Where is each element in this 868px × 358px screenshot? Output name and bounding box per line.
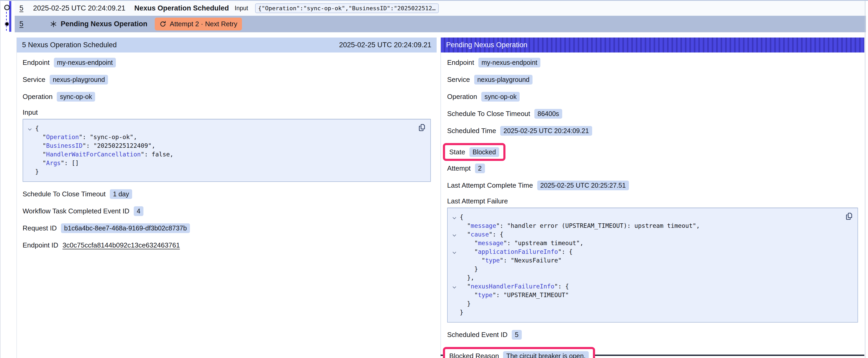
field-row: Last Attempt Complete Time2025-02-25 UTC… (447, 180, 858, 191)
history-row-event[interactable]: 5 2025-02-25 UTC 20:24:09.21 Nexus Opera… (15, 1, 866, 16)
field-label: Service (447, 75, 470, 84)
field-label: Schedule To Close Timeout (23, 190, 105, 198)
failure-json-viewer: { "message": "handler error (UPSTREAM_TI… (447, 207, 858, 323)
viewport-right-border (865, 1, 865, 358)
field-label: Attempt (447, 164, 471, 172)
timeline-node-current-icon (4, 22, 9, 27)
json-code-line: "nexusHandlerFailureInfo": { (460, 282, 851, 291)
field-label: Workflow Task Completed Event ID (23, 207, 129, 215)
event-id-link[interactable]: 5 (20, 4, 25, 12)
field-value-chip: 2025-02-25 UTC 20:24:09.21 (500, 126, 592, 136)
field-row: Servicenexus-playground (447, 74, 858, 85)
json-code-line: } (35, 167, 424, 176)
field-label: Operation (23, 93, 53, 101)
json-code-line: } (460, 265, 851, 273)
blocked-reason-chip: The circuit breaker is open. (503, 351, 589, 358)
field-value-chip: nexus-playground (474, 75, 533, 85)
input-json-viewer: { "Operation": "sync-op-ok", "BusinessID… (23, 119, 431, 182)
field-row: Schedule To Close Timeout1 day (23, 189, 431, 199)
field-row: Workflow Task Completed Event ID4 (23, 206, 431, 216)
event-panel-title: 5 Nexus Operation Scheduled (22, 41, 117, 49)
json-code-line: } (460, 299, 851, 308)
field-value-chip: 1 day (110, 189, 132, 199)
blocked-reason-field: Blocked Reason The circuit breaker is op… (449, 351, 589, 358)
json-code-line: "Args": [] (35, 159, 424, 167)
field-row: Endpointmy-nexus-endpoint (447, 57, 858, 68)
field-value-chip: 4 (134, 206, 144, 216)
field-label: Request ID (23, 224, 57, 232)
json-code-line: { (35, 124, 424, 133)
event-timestamp: 2025-02-25 UTC 20:24:09.21 (33, 4, 125, 12)
event-name: Nexus Operation Scheduled (134, 4, 229, 12)
json-code-line: "BusinessID": "20250225122409", (35, 141, 424, 150)
field-value-chip: my-nexus-endpoint (478, 58, 541, 67)
state-field: State Blocked (449, 147, 499, 157)
pending-asterisk-icon (50, 21, 57, 28)
field-value-chip: sync-op-ok (57, 92, 95, 102)
json-code-line: }, (460, 273, 851, 282)
retry-icon (159, 21, 166, 28)
input-section-label: Input (23, 108, 431, 117)
field-value-chip: 2025-02-25 UTC 20:25:27.51 (537, 181, 629, 190)
json-code-line: "applicationFailureInfo": { (460, 248, 851, 256)
viewport-left-border (0, 1, 1, 358)
pending-operation-name: Pending Nexus Operation (61, 20, 147, 28)
field-row: Attempt2 (447, 163, 858, 173)
field-value-chip: 86400s (534, 109, 562, 119)
state-highlight-box: State Blocked (443, 143, 505, 161)
json-code-line: } (460, 308, 851, 317)
field-row: Scheduled Time2025-02-25 UTC 20:24:09.21 (447, 126, 858, 136)
collapse-chevron-icon[interactable] (453, 233, 456, 236)
retry-badge-label: Attempt 2 · Next Retry (170, 20, 237, 28)
field-value-chip: sync-op-ok (481, 92, 520, 102)
field-value-link[interactable]: 3c0c75ccfa8144b092c13ce632463761 (63, 241, 180, 249)
field-label: Endpoint ID (23, 241, 58, 249)
event-panel-header: 5 Nexus Operation Scheduled 2025-02-25 U… (17, 37, 437, 53)
blocked-reason-highlight-box: Blocked Reason The circuit breaker is op… (443, 347, 595, 358)
state-label: State (449, 148, 465, 156)
pending-panel-title: Pending Nexus Operation (446, 41, 527, 49)
blocked-reason-label: Blocked Reason (449, 352, 499, 358)
field-label: Scheduled Time (447, 127, 496, 135)
field-label: Endpoint (447, 59, 474, 67)
event-detail-panel: 5 Nexus Operation Scheduled 2025-02-25 U… (17, 37, 437, 358)
state-value-chip: Blocked (469, 147, 499, 157)
event-detail-label: Input (235, 5, 248, 12)
field-row: Schedule To Close Timeout86400s (447, 108, 858, 119)
json-code-line: "message": "handler error (UPSTREAM_TIME… (460, 222, 851, 230)
collapse-chevron-icon[interactable] (453, 251, 456, 254)
field-row: Servicenexus-playground (23, 74, 431, 85)
field-row: Endpointmy-nexus-endpoint (23, 57, 431, 68)
timeline-node-open-icon (4, 5, 10, 10)
collapse-chevron-icon[interactable] (453, 285, 456, 288)
field-label: Endpoint (23, 59, 50, 67)
scheduled-event-id-field: Scheduled Event ID 5 (447, 329, 858, 340)
history-row-pending-operation[interactable]: 5 Pending Nexus Operation Attempt 2 · Ne… (15, 16, 866, 32)
json-code-line: { (460, 213, 851, 222)
json-code-line: "message": "upstream timeout", (460, 239, 851, 248)
pending-id-link[interactable]: 5 (20, 20, 25, 28)
field-value-chip: b1c6a4bc-8ee7-468a-9169-df3b02c8737b (61, 223, 190, 233)
pending-panel-header: Pending Nexus Operation (441, 37, 864, 53)
json-code-line: "Operation": "sync-op-ok", (35, 133, 424, 141)
selected-event-indicator-bar (9, 1, 11, 32)
field-row: Operationsync-op-ok (23, 91, 431, 102)
collapse-chevron-icon[interactable] (453, 216, 456, 219)
pending-operation-panel: Pending Nexus Operation Endpointmy-nexus… (440, 37, 864, 358)
field-label: Schedule To Close Timeout (447, 110, 530, 118)
retry-status-badge: Attempt 2 · Next Retry (155, 18, 242, 30)
scheduled-event-id-chip: 5 (512, 330, 522, 339)
failure-section-label: Last Attempt Failure (447, 197, 858, 205)
field-label: Last Attempt Complete Time (447, 182, 533, 190)
json-code-line: "type": "NexusFailure" (460, 256, 851, 265)
field-value-chip: nexus-playground (50, 75, 108, 85)
temporal-event-history-view: 5 2025-02-25 UTC 20:24:09.21 Nexus Opera… (0, 0, 868, 358)
field-row: Operationsync-op-ok (447, 91, 858, 102)
json-code-line: "cause": { (460, 230, 851, 239)
json-code-line: "type": "UPSTREAM_TIMEOUT" (460, 291, 851, 299)
collapse-chevron-icon[interactable] (28, 127, 31, 130)
input-preview-chip[interactable]: {"Operation":"sync-op-ok","BusinessID":"… (255, 3, 439, 13)
field-value-chip: my-nexus-endpoint (54, 58, 116, 67)
event-panel-timestamp: 2025-02-25 UTC 20:24:09.21 (339, 41, 431, 49)
field-row: Request IDb1c6a4bc-8ee7-468a-9169-df3b02… (23, 223, 431, 233)
